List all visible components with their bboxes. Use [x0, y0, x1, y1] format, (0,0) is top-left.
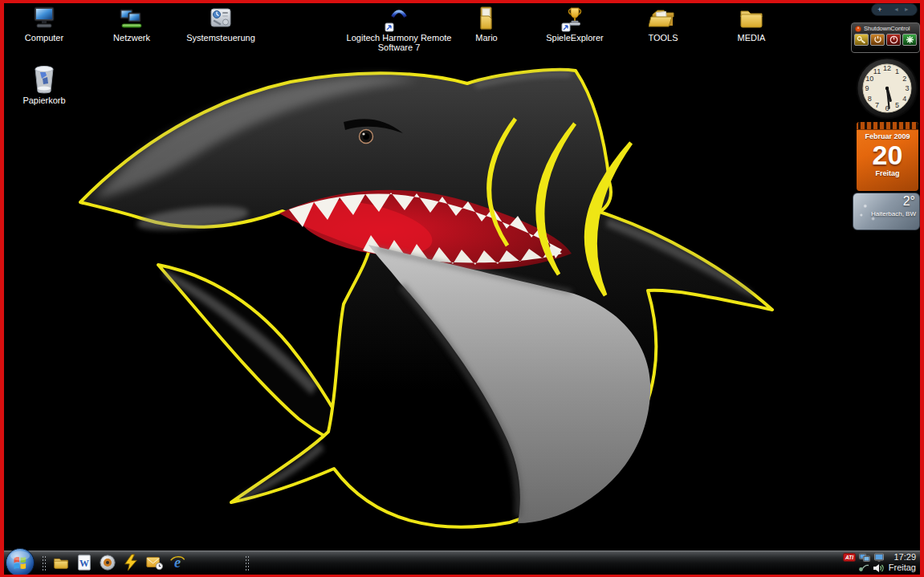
quicklaunch-word[interactable]: W — [75, 553, 94, 572]
tray-clock[interactable]: 17:29 Freitag — [889, 552, 918, 573]
asterisk-icon — [905, 35, 915, 44]
internet-explorer-icon: e — [169, 554, 186, 571]
power-dot-icon — [855, 26, 861, 32]
lightning-icon — [122, 554, 140, 571]
ati-tray-icon[interactable]: ATI — [843, 553, 856, 562]
games-trophy-icon — [533, 3, 617, 32]
icon-label: Mario — [445, 33, 528, 43]
svg-text:11: 11 — [873, 67, 881, 75]
shark-wallpaper — [0, 0, 924, 577]
svg-text:W: W — [79, 558, 89, 569]
quicklaunch-internet-explorer[interactable]: e — [168, 553, 187, 572]
desktop-icon-tools[interactable]: TOOLS — [621, 3, 705, 43]
svg-text:9: 9 — [865, 84, 869, 92]
svg-text:4: 4 — [902, 95, 906, 103]
envelope-clock-icon — [145, 554, 163, 571]
quicklaunch-explorer-folder[interactable] — [51, 553, 71, 572]
icon-label: Logitech Harmony Remote Software 7 — [339, 33, 459, 52]
folder-open-icon — [621, 3, 705, 32]
quicklaunch-outlook[interactable] — [145, 553, 164, 572]
svg-text:12: 12 — [883, 64, 891, 72]
weather-temperature: 2° — [903, 194, 915, 209]
desktop-icon-netzwerk[interactable]: Netzwerk — [90, 3, 173, 43]
desktop-icon-logitech-harmony[interactable]: Logitech Harmony Remote Software 7 — [339, 3, 459, 52]
taskbar-grip[interactable] — [245, 555, 250, 571]
svg-text:7: 7 — [875, 101, 879, 109]
add-gadget-button[interactable]: + — [877, 6, 881, 14]
quicklaunch-winamp[interactable] — [121, 553, 140, 572]
svg-text:ATI: ATI — [845, 555, 853, 560]
sidebar-controls: + ◄ ► — [871, 3, 918, 16]
icon-label: MEDIA — [710, 33, 793, 43]
shark-pectoral-fin — [158, 265, 355, 449]
svg-text:2: 2 — [902, 75, 906, 83]
volume-tray-icon[interactable] — [873, 563, 885, 573]
svg-text:5: 5 — [895, 101, 899, 109]
display-tray-icon[interactable] — [873, 553, 885, 563]
network-icon — [90, 3, 173, 32]
shutdown-button[interactable] — [886, 34, 901, 46]
quicklaunch-grip[interactable] — [42, 555, 47, 571]
word-icon: W — [75, 554, 93, 571]
svg-text:3: 3 — [905, 84, 909, 92]
desktop-icon-systemsteuerung[interactable]: Systemsteuerung — [179, 3, 263, 43]
desktop-icon-media[interactable]: MEDIA — [710, 3, 793, 43]
logitech-harmony-icon — [339, 3, 459, 32]
calendar-gadget[interactable]: Februar 2009 20 Freitag — [857, 122, 918, 191]
control-panel-icon — [179, 3, 263, 32]
network-tray-icon[interactable] — [859, 553, 870, 563]
shortcut-arrow-badge — [562, 23, 570, 31]
lock-button[interactable] — [854, 34, 869, 46]
disc-icon — [99, 554, 116, 571]
quicklaunch-disc-burner[interactable] — [98, 553, 117, 572]
tray-time: 17:29 — [889, 552, 916, 563]
icon-label: Computer — [2, 33, 86, 43]
connection-tray-icon[interactable] — [858, 563, 869, 572]
start-button[interactable] — [5, 547, 35, 577]
computer-icon — [2, 3, 86, 32]
folder-upright-icon — [445, 3, 528, 32]
gadget-title: ShutdownControl — [864, 25, 910, 32]
desktop-icon-spieleexplorer[interactable]: SpieleExplorer — [533, 3, 617, 43]
svg-text:10: 10 — [865, 75, 873, 83]
shutdown-control-gadget: ShutdownControl — [851, 22, 920, 53]
svg-text:1: 1 — [895, 67, 899, 75]
recycle-bin-icon — [2, 63, 86, 95]
taskbar: W — [4, 551, 920, 575]
restart-button[interactable] — [902, 34, 917, 46]
weather-location: Haiterbach, BW — [871, 210, 916, 217]
power-icon — [873, 35, 883, 44]
power-circle-icon — [889, 35, 899, 44]
icon-label: Systemsteuerung — [179, 33, 263, 43]
icon-label: Papierkorb — [2, 95, 86, 105]
desktop-icon-mario[interactable]: Mario — [445, 3, 528, 43]
svg-text:8: 8 — [868, 95, 872, 103]
calendar-weekday: Freitag — [857, 169, 918, 177]
system-tray: ATI — [843, 551, 918, 575]
tray-day: Freitag — [889, 563, 916, 573]
calendar-spiral — [857, 122, 918, 130]
shortcut-arrow-badge — [385, 23, 393, 31]
folder-icon — [710, 3, 793, 32]
icon-label: Netzwerk — [90, 33, 173, 43]
standby-button[interactable] — [870, 34, 885, 46]
quick-launch-bar: W — [51, 553, 187, 572]
icon-label: SpieleExplorer — [533, 33, 617, 43]
key-icon — [857, 35, 867, 44]
weather-gadget[interactable]: 2° Haiterbach, BW — [853, 193, 920, 230]
clock-gadget[interactable]: 12 1 2 3 4 5 6 7 8 9 10 11 — [855, 56, 919, 120]
desktop-icon-papierkorb[interactable]: Papierkorb — [2, 63, 86, 105]
desktop: Computer Netzwerk — [0, 0, 924, 577]
folder-icon — [52, 554, 70, 571]
gadget-nav-arrows[interactable]: ◄ ► — [893, 6, 911, 14]
desktop-icon-computer[interactable]: Computer — [2, 3, 86, 43]
calendar-day-number: 20 — [857, 140, 918, 169]
icon-label: TOOLS — [621, 33, 705, 43]
